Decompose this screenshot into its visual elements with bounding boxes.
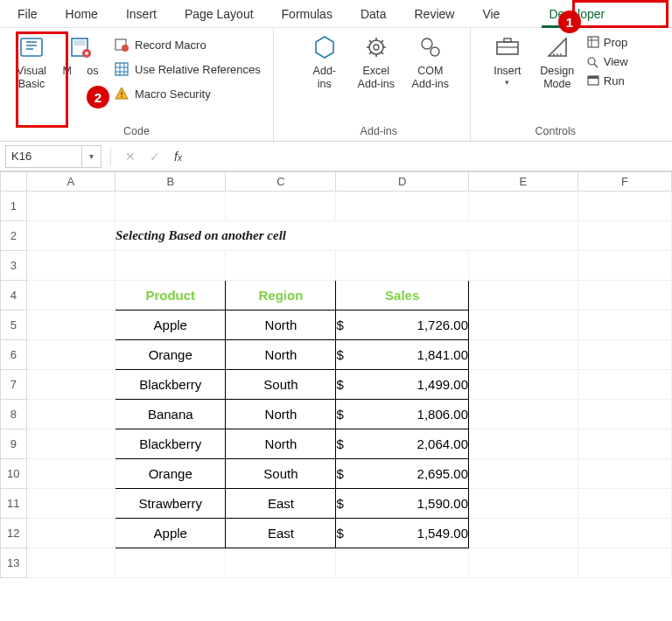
tab-file[interactable]: File xyxy=(7,3,48,24)
annotation-badge-2: 2 xyxy=(87,86,109,108)
row-header[interactable]: 1 xyxy=(1,192,27,221)
properties-button[interactable]: Prop xyxy=(586,35,628,49)
row-header[interactable]: 10 xyxy=(1,459,27,489)
run-dialog-button[interactable]: Run xyxy=(586,73,628,87)
macros-icon xyxy=(66,33,94,61)
tab-data[interactable]: Data xyxy=(350,3,397,24)
use-relative-button[interactable]: Use Relative References xyxy=(108,59,266,79)
macro-security-label: Macro Security xyxy=(135,87,211,101)
cell-sales[interactable]: $1,726.00 xyxy=(336,310,469,340)
tab-home[interactable]: Home xyxy=(55,3,108,24)
row-header[interactable]: 11 xyxy=(1,489,27,519)
row-header[interactable]: 13 xyxy=(1,548,27,578)
svg-point-10 xyxy=(374,45,379,50)
cell-sales[interactable]: $2,064.00 xyxy=(336,429,469,459)
cell-region[interactable]: North xyxy=(226,340,336,370)
cell-region[interactable]: North xyxy=(226,400,336,429)
cell-region[interactable]: South xyxy=(226,370,336,400)
tab-review[interactable]: Review xyxy=(404,3,466,24)
design-mode-button[interactable]: Design Mode xyxy=(532,30,583,94)
cell-region[interactable]: East xyxy=(226,489,336,519)
row-header[interactable]: 9 xyxy=(1,429,27,459)
macro-security-button[interactable]: Macro Security xyxy=(108,84,266,103)
warning-icon xyxy=(114,86,130,101)
cell-product[interactable]: Orange xyxy=(115,340,226,370)
cell-product[interactable]: Blackberry xyxy=(115,370,226,400)
cell-product[interactable]: Apple xyxy=(115,310,226,340)
cell-product[interactable]: Apple xyxy=(115,519,226,548)
addins-button[interactable]: Add- ins xyxy=(300,30,349,94)
table-header-product[interactable]: Product xyxy=(115,281,226,310)
cell-sales[interactable]: $1,806.00 xyxy=(336,400,469,429)
enter-formula-icon[interactable]: ✓ xyxy=(144,150,165,164)
cell-product[interactable]: Blackberry xyxy=(115,429,226,459)
tab-view[interactable]: Vie xyxy=(472,3,510,24)
svg-rect-14 xyxy=(504,38,511,42)
svg-rect-18 xyxy=(588,76,598,79)
cell-region[interactable]: East xyxy=(226,519,336,548)
com-addins-button[interactable]: COM Add-ins xyxy=(403,30,458,94)
row-header[interactable]: 2 xyxy=(1,221,27,251)
excel-addins-label: Excel Add-ins xyxy=(358,65,395,91)
svg-rect-6 xyxy=(116,63,128,75)
fx-icon[interactable]: fx xyxy=(169,150,187,164)
cell-product[interactable]: Banana xyxy=(115,400,226,429)
table-header-region[interactable]: Region xyxy=(226,281,336,310)
svg-point-11 xyxy=(422,38,432,49)
svg-rect-7 xyxy=(121,92,122,95)
excel-addins-button[interactable]: Excel Add-ins xyxy=(349,30,403,94)
cell-region[interactable]: North xyxy=(226,429,336,459)
properties-label: Prop xyxy=(604,36,627,49)
name-box-dropdown[interactable]: ▾ xyxy=(82,145,102,168)
ribbon: Visual Basic Macros Record Macro Use Rel… xyxy=(0,28,672,142)
col-header[interactable]: E xyxy=(469,172,578,192)
view-code-button[interactable]: View xyxy=(586,54,628,68)
ribbon-group-addins: Add- ins Excel Add-ins COM Add-ins Add-i… xyxy=(274,28,471,141)
tab-insert[interactable]: Insert xyxy=(116,3,167,24)
grid-icon xyxy=(114,61,130,77)
formula-input[interactable] xyxy=(191,146,667,167)
row-header[interactable]: 6 xyxy=(1,340,27,370)
table-header-sales[interactable]: Sales xyxy=(336,281,469,310)
cell-sales[interactable]: $1,841.00 xyxy=(336,340,469,370)
cell-product[interactable]: Orange xyxy=(115,459,226,489)
row-header[interactable]: 12 xyxy=(1,519,27,548)
col-header[interactable]: B xyxy=(115,172,226,192)
svg-rect-13 xyxy=(497,42,518,54)
cell-sales[interactable]: $1,590.00 xyxy=(336,489,469,519)
col-header[interactable]: A xyxy=(26,172,115,192)
cell-region[interactable]: South xyxy=(226,459,336,489)
svg-point-5 xyxy=(122,45,129,52)
record-macro-button[interactable]: Record Macro xyxy=(108,35,266,54)
row-header[interactable]: 5 xyxy=(1,310,27,340)
cell-sales[interactable]: $1,499.00 xyxy=(336,370,469,400)
row-header[interactable]: 4 xyxy=(1,281,27,310)
row-header[interactable]: 7 xyxy=(1,370,27,400)
row-header[interactable]: 8 xyxy=(1,400,27,429)
cancel-formula-icon[interactable]: ✕ xyxy=(120,150,141,164)
gear-icon xyxy=(362,33,390,61)
ribbon-group-controls: Insert ▾ Design Mode Prop View Run xyxy=(471,28,635,141)
name-box[interactable] xyxy=(5,145,82,168)
design-mode-label: Design Mode xyxy=(540,65,574,91)
worksheet[interactable]: A B C D E F 1 2 Selecting Based on anoth… xyxy=(0,171,672,578)
col-header[interactable]: C xyxy=(226,172,336,192)
cell-product[interactable]: Strawberry xyxy=(115,489,226,519)
use-relative-label: Use Relative References xyxy=(135,63,261,76)
insert-control-label: Insert xyxy=(494,65,521,78)
col-header[interactable]: D xyxy=(336,172,469,192)
row-header[interactable]: 3 xyxy=(1,251,27,281)
addins-label: Add- ins xyxy=(313,65,336,91)
insert-control-button[interactable]: Insert ▾ xyxy=(483,30,532,91)
svg-point-12 xyxy=(430,47,439,56)
cell-sales[interactable]: $1,549.00 xyxy=(336,519,469,548)
select-all-corner[interactable] xyxy=(1,172,27,192)
tab-page-layout[interactable]: Page Layout xyxy=(174,3,264,24)
annotation-box-developer xyxy=(572,0,668,28)
tab-formulas[interactable]: Formulas xyxy=(271,3,343,24)
divider xyxy=(110,147,111,166)
cell-sales[interactable]: $2,695.00 xyxy=(336,459,469,489)
cell-region[interactable]: North xyxy=(226,310,336,340)
col-header[interactable]: F xyxy=(578,172,671,192)
run-dialog-label: Run xyxy=(604,74,625,87)
